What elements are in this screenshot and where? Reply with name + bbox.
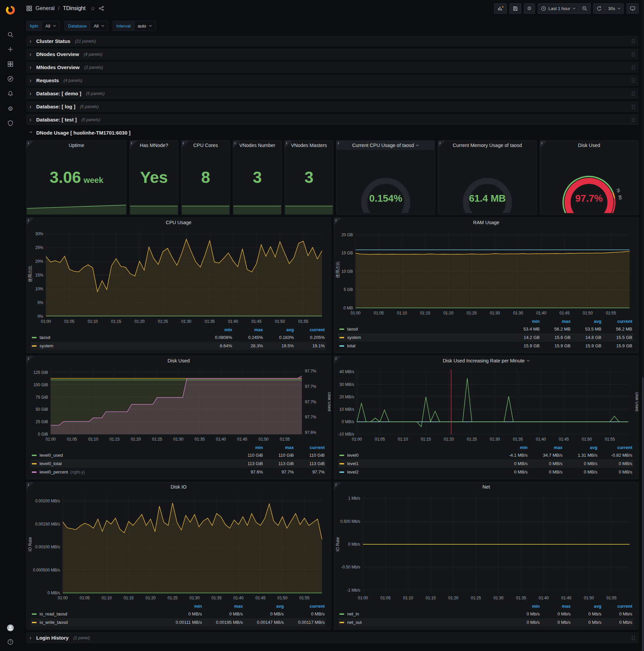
legend-sort-max[interactable]: max <box>540 319 571 324</box>
legend-sort-current[interactable]: current <box>602 319 632 324</box>
legend-swatch[interactable] <box>340 329 344 330</box>
legend-series-name[interactable]: io_read_taosd <box>40 611 67 616</box>
dashboard-row-collapsed[interactable]: ›DNodes Overview(4 panels) <box>26 49 639 60</box>
row-drag-handle[interactable] <box>631 78 635 83</box>
refresh-interval-picker[interactable]: 30s <box>605 3 624 14</box>
help-icon[interactable]: ? <box>7 638 14 646</box>
breadcrumb-folder[interactable]: General <box>36 5 55 11</box>
legend-sort-current[interactable]: current <box>602 604 632 609</box>
legend-sort-avg[interactable]: avg <box>571 319 602 324</box>
legend-swatch[interactable] <box>340 337 344 338</box>
chart-panel-title[interactable]: CPU Usage <box>27 218 331 227</box>
legend-series-name[interactable]: level0_total <box>40 461 62 466</box>
chart-panel-title[interactable]: Disk IO <box>27 482 331 492</box>
legend-sort-avg[interactable]: avg <box>562 445 598 450</box>
legend-sort-max[interactable]: max <box>263 445 294 450</box>
panel-info-corner-icon[interactable]: i <box>182 141 189 148</box>
legend-swatch[interactable] <box>340 622 344 623</box>
legend-sort-max[interactable]: max <box>540 604 571 609</box>
chart-plot-area[interactable]: 01:0001:0501:1001:1501:2001:2501:3001:35… <box>334 366 638 444</box>
panel-info-corner-icon[interactable]: i <box>27 482 34 490</box>
refresh-button[interactable] <box>593 3 605 14</box>
legend-sort-max[interactable]: max <box>202 604 243 609</box>
panel-info-corner-icon[interactable]: i <box>540 141 547 148</box>
panel-info-corner-icon[interactable]: i <box>285 141 292 148</box>
legend-sort-min[interactable]: min <box>509 319 540 324</box>
legend-sort-min[interactable]: min <box>161 604 202 609</box>
legend-swatch[interactable] <box>32 337 37 338</box>
legend-swatch[interactable] <box>32 471 37 473</box>
legend-sort-avg[interactable]: avg <box>571 604 602 609</box>
variable-database-value[interactable]: All <box>90 21 108 31</box>
chart-panel-title[interactable]: Net <box>334 482 638 492</box>
legend-swatch[interactable] <box>340 613 344 615</box>
search-icon[interactable] <box>7 31 14 38</box>
chart-plot-area[interactable]: 01:0001:0501:1001:1501:2001:2501:3001:35… <box>334 492 638 602</box>
panel-info-corner-icon[interactable]: i <box>27 356 34 364</box>
row-drag-handle[interactable] <box>631 117 635 122</box>
legend-sort-current[interactable]: current <box>294 327 325 332</box>
legend-series-name[interactable]: level0_percent <box>40 469 68 474</box>
panel-info-corner-icon[interactable]: i <box>438 141 445 148</box>
legend-swatch[interactable] <box>32 463 37 464</box>
chart-plot-area[interactable]: 01:0001:0501:1001:1501:2001:2501:3001:35… <box>27 492 331 602</box>
star-icon[interactable]: ☆ <box>90 5 95 12</box>
row-dnode-usage[interactable]: › DNode Usage [ huolinhe-TM1701:6030 ] <box>26 127 639 138</box>
user-avatar[interactable] <box>7 624 14 631</box>
chart-plot-area[interactable]: 01:0001:0501:1001:1501:2001:2501:3001:35… <box>334 227 638 317</box>
legend-swatch[interactable] <box>32 345 37 347</box>
panel-info-corner-icon[interactable]: i <box>334 356 342 364</box>
legend-swatch[interactable] <box>340 463 344 464</box>
save-dashboard-button[interactable] <box>510 3 521 14</box>
row-login-history[interactable]: › Login History (1 panel) <box>26 632 639 643</box>
legend-series-name[interactable]: level2 <box>347 469 359 474</box>
legend-series-name[interactable]: taosd <box>40 335 50 340</box>
legend-sort-avg[interactable]: avg <box>263 327 294 332</box>
breadcrumb-dashboard-title[interactable]: TDinsight <box>63 5 86 11</box>
panel-info-corner-icon[interactable]: i <box>233 141 240 148</box>
legend-series-name[interactable]: io_write_taosd <box>40 620 68 625</box>
legend-series-name[interactable]: system <box>40 343 53 348</box>
legend-sort-current[interactable]: current <box>284 604 325 609</box>
chart-panel-title[interactable]: Disk Used Increasing Rate per Minute <box>334 356 638 366</box>
legend-swatch[interactable] <box>340 471 344 473</box>
legend-sort-max[interactable]: max <box>527 445 562 450</box>
legend-series-name[interactable]: net_in <box>347 611 359 616</box>
legend-series-name[interactable]: total <box>347 343 356 348</box>
variable-interval-value[interactable]: auto <box>134 21 156 31</box>
panel-info-corner-icon[interactable]: i <box>334 218 342 225</box>
chart-plot-area[interactable]: 01:0001:0501:1001:1501:2001:2501:3001:35… <box>27 227 331 326</box>
legend-swatch[interactable] <box>32 455 37 456</box>
chart-plot-area[interactable]: 01:0001:0501:1001:1501:2001:2501:3001:35… <box>27 366 331 444</box>
legend-sort-current[interactable]: current <box>294 445 325 450</box>
alerting-bell-icon[interactable] <box>7 90 14 97</box>
legend-series-name[interactable]: level1 <box>347 461 359 466</box>
panel-info-corner-icon[interactable]: i <box>27 218 34 225</box>
legend-sort-min[interactable]: min <box>232 445 263 450</box>
legend-series-name[interactable]: level0 <box>347 453 359 458</box>
time-range-picker[interactable]: Last 1 hour <box>538 3 579 14</box>
legend-swatch[interactable] <box>32 613 37 615</box>
dashboard-row-collapsed[interactable]: ›Database: [ test ](5 panels) <box>26 114 639 125</box>
gauge-panel-title[interactable]: Disk Used <box>540 141 638 150</box>
row-drag-handle[interactable] <box>631 39 635 44</box>
legend-sort-min[interactable]: min <box>201 327 232 332</box>
legend-series-name[interactable]: net_out <box>347 620 362 625</box>
dashboards-icon[interactable] <box>7 60 14 68</box>
explore-compass-icon[interactable] <box>7 75 14 83</box>
add-panel-button[interactable] <box>494 3 507 14</box>
variable-fqdn-value[interactable]: All <box>42 21 59 31</box>
dashboard-row-collapsed[interactable]: ›Database: [ log ](5 panels) <box>26 101 639 112</box>
cycle-view-mode-button[interactable] <box>626 3 639 14</box>
panel-info-corner-icon[interactable]: i <box>334 482 342 490</box>
page-scrollbar[interactable] <box>642 0 644 651</box>
legend-sort-max[interactable]: max <box>232 327 263 332</box>
dashboard-row-collapsed[interactable]: ›Database: [ demo ](5 panels) <box>26 88 639 99</box>
legend-series-name[interactable]: taosd <box>347 327 358 332</box>
legend-series-name[interactable]: system <box>347 335 361 340</box>
legend-swatch[interactable] <box>340 455 344 456</box>
legend-sort-min[interactable]: min <box>493 445 527 450</box>
share-icon[interactable] <box>99 6 104 11</box>
legend-series-name[interactable]: level0_used <box>40 453 63 458</box>
legend-swatch[interactable] <box>32 622 37 623</box>
